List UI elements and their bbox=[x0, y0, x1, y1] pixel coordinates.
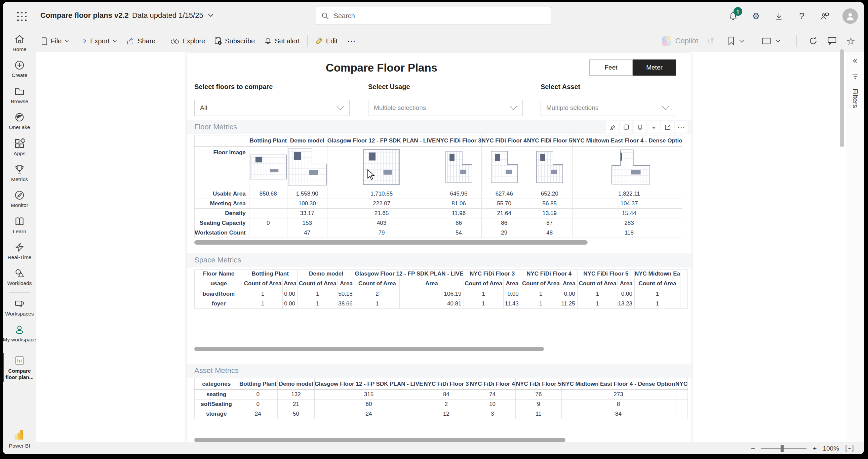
copilot-button[interactable]: Copilot bbox=[662, 36, 698, 46]
floor-metrics-cell[interactable]: 1,822.11 bbox=[572, 189, 682, 199]
floor-metrics-cell[interactable]: 11.96 bbox=[436, 209, 482, 219]
floor-metrics-cell[interactable]: 283 bbox=[572, 219, 682, 228]
asset-metrics-column-header[interactable]: NYC FiDi Floor 4 bbox=[469, 379, 516, 390]
asset-metrics-cell[interactable]: 0 bbox=[238, 390, 278, 399]
asset-metrics-hscrollbar[interactable] bbox=[194, 438, 565, 442]
favorite-button[interactable]: ☆ bbox=[846, 36, 856, 46]
settings-button[interactable]: ⚙ bbox=[751, 11, 761, 21]
space-metrics-floor-header[interactable]: NYC FiDi Floor 3 bbox=[464, 270, 521, 278]
bookmarks-button[interactable] bbox=[723, 34, 749, 48]
space-metrics-cell[interactable]: 0.00 bbox=[283, 299, 298, 309]
space-metrics-cell[interactable]: 0.00 bbox=[283, 289, 298, 299]
meter-button[interactable]: Meter bbox=[633, 60, 676, 76]
space-metrics-cell[interactable]: 1 bbox=[634, 289, 680, 299]
floor-metrics-cell[interactable]: 48 bbox=[527, 228, 572, 238]
floor-plan-thumbnail[interactable] bbox=[445, 151, 473, 184]
floor-metrics-corner-cell[interactable] bbox=[195, 135, 249, 146]
filter-icon[interactable] bbox=[851, 73, 859, 80]
asset-metrics-column-header[interactable]: Demo model bbox=[278, 379, 314, 390]
floor-metrics-cell[interactable]: 29 bbox=[482, 228, 527, 238]
asset-metrics-cell[interactable]: 315 bbox=[314, 390, 423, 399]
space-metrics-cell[interactable]: 0.00 bbox=[618, 289, 635, 299]
space-metrics-cell[interactable]: 11.25 bbox=[561, 299, 577, 309]
floor-metrics-cell[interactable] bbox=[249, 228, 287, 238]
floor-metrics-cell[interactable]: 222.07 bbox=[327, 199, 436, 209]
waffle-menu-icon[interactable] bbox=[16, 11, 28, 22]
floor-metrics-row-header[interactable]: Seating Capacity bbox=[195, 219, 249, 228]
space-metrics-cell[interactable]: 1 bbox=[298, 289, 338, 299]
floor-metrics-cell[interactable]: 79 bbox=[327, 228, 436, 238]
asset-metrics-cell[interactable]: 24 bbox=[314, 409, 423, 419]
floor-metrics-cell[interactable]: 104.37 bbox=[572, 199, 682, 209]
floor-plan-thumbnail[interactable] bbox=[536, 151, 563, 184]
sidebar-item-home[interactable]: Home bbox=[3, 30, 36, 56]
floor-metrics-cell[interactable]: 86 bbox=[482, 219, 527, 228]
space-metrics-cell[interactable]: 1 bbox=[577, 299, 618, 309]
asset-metrics-cell[interactable]: 50 bbox=[278, 409, 314, 419]
floor-metrics-column-header[interactable]: NYC FiDi Floor 5 bbox=[527, 135, 572, 146]
floor-metrics-cell[interactable]: 0 bbox=[249, 219, 287, 228]
focus-mode-button[interactable] bbox=[661, 121, 674, 133]
floor-metrics-row-header[interactable]: Density bbox=[195, 209, 249, 219]
floor-metrics-cell[interactable]: 153 bbox=[287, 219, 327, 228]
count-of-area-header[interactable]: Count of Area bbox=[298, 278, 338, 289]
zoom-out-button[interactable]: − bbox=[751, 445, 755, 453]
space-metrics-cell[interactable]: 2 bbox=[355, 289, 399, 299]
copy-visual-button[interactable] bbox=[620, 121, 632, 133]
space-metrics-floor-header[interactable]: NYC Midtown Ea bbox=[634, 270, 680, 278]
floor-image-cell[interactable] bbox=[572, 146, 682, 189]
asset-metrics-cell[interactable]: 24 bbox=[238, 409, 278, 419]
sidebar-item-workspaces[interactable]: Workspaces bbox=[3, 295, 36, 321]
sidebar-item-real-time[interactable]: Real-Time bbox=[3, 238, 36, 264]
asset-metrics-column-header[interactable]: NYC Midtown East Floor 4 - Dense Option bbox=[561, 379, 675, 390]
count-of-area-header[interactable]: Count of Area bbox=[521, 278, 561, 289]
space-metrics-cell[interactable]: 50.18 bbox=[338, 289, 355, 299]
floor-metrics-cell[interactable] bbox=[249, 209, 287, 219]
zoom-slider-handle[interactable] bbox=[781, 445, 784, 452]
floor-image-cell[interactable] bbox=[436, 146, 482, 189]
sidebar-item-apps[interactable]: Apps bbox=[3, 134, 36, 160]
download-button[interactable] bbox=[774, 11, 784, 21]
space-metrics-cell[interactable]: 1 bbox=[521, 289, 561, 299]
space-metrics-cell[interactable]: 1 bbox=[298, 299, 338, 309]
pin-visual-button[interactable] bbox=[606, 121, 619, 133]
zoom-slider[interactable] bbox=[761, 448, 806, 449]
floor-image-cell[interactable] bbox=[249, 146, 287, 189]
floor-metrics-column-header[interactable]: NYC FiDi Floor 3 bbox=[436, 135, 482, 146]
floor-metrics-cell[interactable]: 81.06 bbox=[436, 199, 482, 209]
space-metrics-cell[interactable]: 1 bbox=[243, 299, 283, 309]
view-button[interactable] bbox=[757, 34, 785, 48]
floor-image-cell[interactable] bbox=[482, 146, 527, 189]
count-of-area-header[interactable]: Count of Area bbox=[634, 278, 680, 289]
filters-visual-button[interactable] bbox=[648, 121, 660, 133]
floor-metrics-column-header[interactable]: Demo model bbox=[287, 135, 327, 146]
space-metrics-cell[interactable]: 0.00 bbox=[561, 289, 577, 299]
asset-metrics-cell[interactable] bbox=[675, 399, 688, 409]
asset-metrics-row-header[interactable]: seating bbox=[195, 390, 238, 399]
floor-image-cell[interactable] bbox=[527, 146, 572, 189]
floor-metrics-column-header[interactable]: Bottling Plant bbox=[249, 135, 287, 146]
space-metrics-cell[interactable]: 13.23 bbox=[618, 299, 635, 309]
space-metrics-cell[interactable]: 11.43 bbox=[503, 299, 521, 309]
space-metrics-corner-cell[interactable]: Floor Name bbox=[195, 270, 243, 278]
asset-metrics-cell[interactable]: 0 bbox=[238, 399, 278, 409]
floor-plan-thumbnail[interactable] bbox=[491, 151, 518, 184]
export-menu[interactable]: Export bbox=[73, 34, 122, 48]
asset-metrics-cell[interactable]: 3 bbox=[469, 409, 516, 419]
space-metrics-cell[interactable]: 106.19 bbox=[400, 289, 464, 299]
space-metrics-floor-header[interactable]: Bottling Plant bbox=[243, 270, 298, 278]
set-alert-button[interactable]: Set alert bbox=[259, 34, 304, 48]
asset-metrics-row-header[interactable]: storage bbox=[195, 409, 238, 419]
floor-image-cell[interactable] bbox=[287, 146, 327, 189]
floor-metrics-column-header[interactable]: Glasgow Floor 12 - FP SDK PLAN - LIVE bbox=[327, 135, 436, 146]
space-metrics-row-header[interactable]: foyer bbox=[195, 299, 243, 309]
expand-filters-button[interactable]: « bbox=[853, 57, 857, 65]
asset-metrics-cell[interactable]: 9 bbox=[515, 399, 561, 409]
asset-metrics-column-header[interactable]: Glasgow Floor 12 - FP SDK PLAN - LIVE bbox=[314, 379, 423, 390]
floor-metrics-cell[interactable]: 403 bbox=[327, 219, 436, 228]
space-metrics-floor-header[interactable]: Glasgow Floor 12 - FP SDK PLAN - LIVE bbox=[355, 270, 464, 278]
more-options-visual-button[interactable]: ⋯ bbox=[675, 121, 687, 133]
space-metrics-cell[interactable]: 40.81 bbox=[400, 299, 464, 309]
count-of-area-header[interactable]: Count of Area bbox=[243, 278, 283, 289]
asset-metrics-column-header[interactable]: Bottling Plant bbox=[238, 379, 278, 390]
